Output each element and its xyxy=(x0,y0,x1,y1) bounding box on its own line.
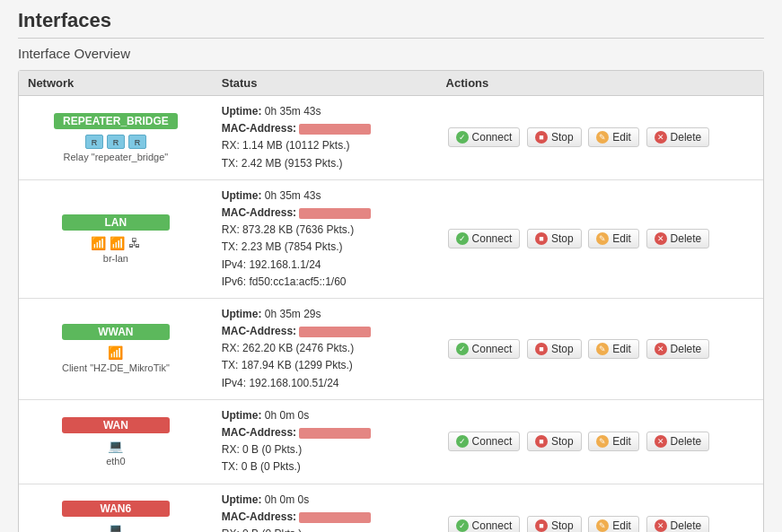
stop-icon: ■ xyxy=(535,519,548,532)
connect-button[interactable]: ✓ Connect xyxy=(448,339,521,359)
rx: RX: 262.20 KB (2476 Pkts.) xyxy=(222,340,428,357)
table-row: WAN 💻 eth0Uptime: 0h 0m 0sMAC-Address: R… xyxy=(19,399,763,484)
edit-icon: ✎ xyxy=(596,519,609,532)
connect-label: Connect xyxy=(472,232,513,245)
connect-icon: ✓ xyxy=(456,435,469,448)
mac-address: MAC-Address: xyxy=(222,509,428,526)
mac-redacted xyxy=(299,124,371,135)
connect-button[interactable]: ✓ Connect xyxy=(448,127,521,147)
actions-cell-repeater_bridge: ✓ Connect ■ Stop ✎ Edit ✕ Delete xyxy=(437,96,763,180)
delete-button[interactable]: ✕ Delete xyxy=(646,516,710,532)
table-row: WAN6 💻 eth0Uptime: 0h 0m 0sMAC-Address: … xyxy=(19,484,763,532)
delete-label: Delete xyxy=(671,343,702,355)
relay-icon2: R xyxy=(107,135,125,149)
actions-cell-wwan: ✓ Connect ■ Stop ✎ Edit ✕ Delete xyxy=(437,298,763,399)
mac-address: MAC-Address: xyxy=(222,120,428,137)
network-cell-lan: LAN 📶 📶 🖧 br-lan xyxy=(19,179,213,298)
status-cell-repeater_bridge: Uptime: 0h 35m 43sMAC-Address: RX: 1.14 … xyxy=(213,96,437,180)
delete-label: Delete xyxy=(671,131,702,144)
connect-label: Connect xyxy=(472,343,513,355)
network-badge: WAN xyxy=(62,417,170,433)
delete-label: Delete xyxy=(671,519,702,532)
stop-button[interactable]: ■ Stop xyxy=(527,516,582,532)
table-row: WWAN 📶 Client "HZ-DE_MikroTik"Uptime: 0h… xyxy=(19,298,763,399)
mac-redacted xyxy=(299,512,371,523)
actions-cell-wan: ✓ Connect ■ Stop ✎ Edit ✕ Delete xyxy=(437,399,763,484)
stop-label: Stop xyxy=(551,343,574,355)
status-cell-wan6: Uptime: 0h 0m 0sMAC-Address: RX: 0 B (0 … xyxy=(213,484,437,532)
delete-icon: ✕ xyxy=(655,519,667,532)
delete-button[interactable]: ✕ Delete xyxy=(646,127,710,147)
edit-button[interactable]: ✎ Edit xyxy=(588,127,639,147)
edit-label: Edit xyxy=(612,519,631,532)
delete-icon: ✕ xyxy=(655,343,667,355)
edit-label: Edit xyxy=(612,435,631,448)
network-sublabel: Client "HZ-DE_MikroTik" xyxy=(28,362,204,373)
stop-button[interactable]: ■ Stop xyxy=(527,229,582,249)
interfaces-table: Network Status Actions REPEATER_BRIDGE R… xyxy=(18,70,764,532)
status-cell-wan: Uptime: 0h 0m 0sMAC-Address: RX: 0 B (0 … xyxy=(213,399,437,484)
delete-button[interactable]: ✕ Delete xyxy=(646,339,710,359)
mac-address: MAC-Address: xyxy=(222,205,428,222)
stop-button[interactable]: ■ Stop xyxy=(527,127,582,147)
tx: TX: 187.94 KB (1299 Pkts.) xyxy=(222,357,428,374)
table-row: LAN 📶 📶 🖧 br-lanUptime: 0h 35m 43sMAC-Ad… xyxy=(19,179,763,298)
stop-button[interactable]: ■ Stop xyxy=(527,339,582,359)
table-header-row: Network Status Actions xyxy=(19,71,763,96)
network-badge: REPEATER_BRIDGE xyxy=(54,113,178,129)
network-icons: 📶 xyxy=(28,345,204,360)
uptime: Uptime: 0h 0m 0s xyxy=(222,492,428,509)
edit-button[interactable]: ✎ Edit xyxy=(588,516,639,532)
col-status: Status xyxy=(213,71,437,96)
delete-button[interactable]: ✕ Delete xyxy=(646,432,710,451)
table-row: REPEATER_BRIDGE R R R Relay "repeater_br… xyxy=(19,96,763,180)
edit-button[interactable]: ✎ Edit xyxy=(588,432,639,451)
stop-button[interactable]: ■ Stop xyxy=(527,432,582,451)
edit-icon: ✎ xyxy=(596,435,609,448)
network-icons: R R R xyxy=(28,135,204,149)
connect-label: Connect xyxy=(472,131,513,144)
edit-label: Edit xyxy=(612,131,631,144)
wifi-icon: 📶 xyxy=(91,236,106,250)
edit-button[interactable]: ✎ Edit xyxy=(588,339,639,359)
network-sublabel: br-lan xyxy=(28,253,204,264)
network-icons: 💻 xyxy=(28,439,204,453)
page-subtitle: Interface Overview xyxy=(18,46,764,61)
tx: TX: 2.42 MB (9153 Pkts.) xyxy=(222,155,428,172)
stop-label: Stop xyxy=(551,519,574,532)
uptime: Uptime: 0h 35m 43s xyxy=(222,103,428,120)
eth-icon: 💻 xyxy=(108,522,123,532)
network-icons: 📶 📶 🖧 xyxy=(28,236,204,250)
uptime: Uptime: 0h 35m 43s xyxy=(222,188,428,205)
actions-cell-lan: ✓ Connect ■ Stop ✎ Edit ✕ Delete xyxy=(437,179,763,298)
wifi-icon2: 📶 xyxy=(110,236,125,250)
relay-icon3: R xyxy=(128,135,146,149)
col-actions: Actions xyxy=(437,71,763,96)
ipv4: IPv4: 192.168.1.1/24 xyxy=(222,257,428,274)
connect-button[interactable]: ✓ Connect xyxy=(448,516,521,532)
delete-button[interactable]: ✕ Delete xyxy=(646,229,710,249)
ipv6: IPv6: fd50:cc1a:acf5::1/60 xyxy=(222,274,428,291)
network-badge: WWAN xyxy=(62,324,170,340)
rx: RX: 873.28 KB (7636 Pkts.) xyxy=(222,222,428,239)
tx: TX: 0 B (0 Pkts.) xyxy=(222,458,428,475)
connect-button[interactable]: ✓ Connect xyxy=(448,229,521,249)
edit-label: Edit xyxy=(612,232,631,245)
stop-label: Stop xyxy=(551,232,574,245)
delete-icon: ✕ xyxy=(655,131,667,144)
network-cell-wwan: WWAN 📶 Client "HZ-DE_MikroTik" xyxy=(19,298,213,399)
delete-label: Delete xyxy=(671,435,702,448)
status-cell-lan: Uptime: 0h 35m 43sMAC-Address: RX: 873.2… xyxy=(213,179,437,298)
edit-button[interactable]: ✎ Edit xyxy=(588,229,639,249)
connect-icon: ✓ xyxy=(456,131,469,144)
delete-label: Delete xyxy=(671,232,702,245)
connect-button[interactable]: ✓ Connect xyxy=(448,432,521,451)
status-cell-wwan: Uptime: 0h 35m 29sMAC-Address: RX: 262.2… xyxy=(213,298,437,399)
connect-label: Connect xyxy=(472,435,513,448)
mac-redacted xyxy=(299,208,371,219)
connect-label: Connect xyxy=(472,519,513,532)
stop-icon: ■ xyxy=(535,435,548,448)
relay-icon: R xyxy=(85,135,103,149)
ipv4: IPv4: 192.168.100.51/24 xyxy=(222,375,428,392)
uptime: Uptime: 0h 0m 0s xyxy=(222,407,428,424)
